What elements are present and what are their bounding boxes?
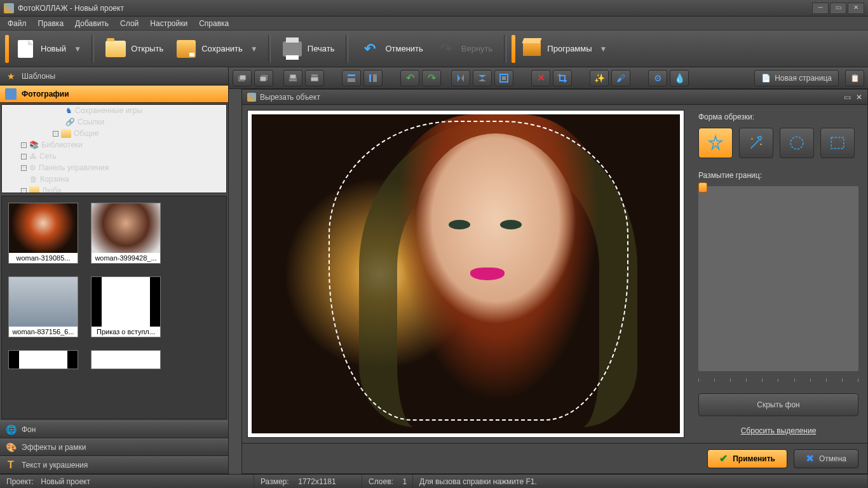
library-icon: 📚 bbox=[29, 140, 39, 149]
dropdown-icon: ▼ bbox=[600, 44, 606, 53]
check-icon: ✔ bbox=[719, 452, 728, 464]
save-icon bbox=[176, 39, 196, 59]
programs-button[interactable]: Программы▼ bbox=[515, 36, 612, 62]
dialog-maximize-button[interactable]: ▭ bbox=[844, 93, 851, 102]
svg-point-16 bbox=[790, 137, 803, 149]
page-icon: 📄 bbox=[761, 74, 771, 83]
settings-button[interactable]: ⚙ bbox=[648, 70, 667, 86]
reset-selection-link[interactable]: Сбросить выделение bbox=[698, 426, 858, 435]
templates-tab[interactable]: ★ Шаблоны bbox=[0, 67, 228, 85]
undo-icon: ↶ bbox=[360, 39, 380, 59]
thumbnail-item[interactable]: Приказ о вступл... bbox=[91, 276, 161, 337]
box-icon bbox=[522, 39, 542, 59]
titlebar: ФотоКОЛЛАЖ - Новый проект ─ ▭ ✕ bbox=[0, 0, 868, 17]
rotate-right-button[interactable]: ↷ bbox=[422, 70, 441, 86]
layer-btn-4[interactable] bbox=[305, 70, 324, 86]
thumbnail-item[interactable] bbox=[91, 350, 161, 369]
blur-slider[interactable] bbox=[698, 186, 858, 371]
redo-icon: ↷ bbox=[436, 39, 456, 59]
svg-rect-7 bbox=[311, 77, 318, 81]
brush-button[interactable]: 🖌 bbox=[611, 70, 630, 86]
svg-rect-8 bbox=[348, 74, 355, 76]
dropdown-icon: ▼ bbox=[74, 44, 80, 53]
new-button[interactable]: Новый▼ bbox=[9, 36, 86, 62]
thumbnail-item[interactable] bbox=[8, 350, 78, 369]
dialog-options-panel: Форма обрезки: Размытие границ: Скрыть ф… bbox=[689, 105, 867, 443]
svg-rect-17 bbox=[831, 137, 844, 148]
wand-button[interactable]: ✨ bbox=[590, 70, 609, 86]
rotate-left-button[interactable]: ↶ bbox=[400, 70, 419, 86]
cancel-button[interactable]: ✖ Отмена bbox=[794, 449, 858, 468]
dialog-close-button[interactable]: ✕ bbox=[856, 93, 862, 102]
palette-icon: 🎨 bbox=[5, 442, 17, 453]
hide-background-button[interactable]: Скрыть фон bbox=[698, 393, 858, 416]
effects-tab[interactable]: 🎨 Эффекты и рамки bbox=[0, 438, 228, 456]
dialog-icon bbox=[247, 93, 256, 102]
new-page-button[interactable]: 📄 Новая страница bbox=[754, 70, 839, 86]
open-button[interactable]: Открыть bbox=[99, 36, 170, 62]
shape-oval-button[interactable] bbox=[780, 128, 814, 158]
canvas-toolbar: ↶ ↷ ✕ ✨ 🖌 ⚙ 💧 📄 Новая страница 📋 bbox=[229, 67, 868, 89]
canvas-area bbox=[242, 105, 689, 443]
shape-rect-button[interactable] bbox=[820, 128, 855, 158]
maximize-button[interactable]: ▭ bbox=[830, 3, 846, 14]
eyedropper-button[interactable]: 💧 bbox=[670, 70, 689, 86]
new-file-icon bbox=[15, 39, 36, 59]
thumbnail-item[interactable]: woman-3999428_... bbox=[91, 203, 161, 264]
close-button[interactable]: ✕ bbox=[848, 3, 864, 14]
align-btn-2[interactable] bbox=[363, 70, 383, 86]
text-tab[interactable]: T Текст и украшения bbox=[0, 456, 228, 474]
svg-rect-1 bbox=[240, 75, 246, 80]
folder-tree[interactable]: ♞Сохраненные игры 🔗Ссылки +Общие +📚Библи… bbox=[1, 104, 227, 193]
menu-layer[interactable]: Слой bbox=[115, 18, 144, 29]
slider-ticks bbox=[698, 379, 858, 382]
control-panel-icon: ⚙ bbox=[29, 163, 36, 172]
main-toolbar: Новый▼ Открыть Сохранить▼ Печать ↶ Отмен… bbox=[0, 30, 868, 67]
shape-label: Форма обрезки: bbox=[698, 112, 858, 121]
menu-edit[interactable]: Правка bbox=[33, 18, 69, 29]
shape-magic-button[interactable] bbox=[739, 128, 773, 158]
undo-button[interactable]: ↶ Отменить bbox=[353, 36, 429, 62]
shape-freehand-button[interactable] bbox=[698, 128, 733, 158]
photo-preview bbox=[252, 114, 680, 433]
svg-rect-10 bbox=[369, 74, 371, 82]
dialog-footer: ✔ Применить ✖ Отмена bbox=[242, 443, 867, 473]
thumbnail-item[interactable]: woman-837156_6... bbox=[8, 276, 78, 337]
print-button[interactable]: Печать bbox=[276, 36, 341, 62]
apply-button[interactable]: ✔ Применить bbox=[707, 449, 787, 468]
blur-label: Размытие границ: bbox=[698, 171, 858, 180]
save-button[interactable]: Сохранить▼ bbox=[170, 36, 263, 62]
network-icon: 🖧 bbox=[29, 152, 37, 161]
background-tab[interactable]: 🌐 Фон bbox=[0, 421, 228, 438]
app-icon bbox=[4, 3, 14, 13]
svg-rect-3 bbox=[260, 76, 266, 81]
game-icon: ♞ bbox=[65, 106, 72, 115]
layer-btn-1[interactable] bbox=[233, 70, 252, 86]
extra-button[interactable]: 📋 bbox=[845, 70, 864, 86]
thumbnail-item[interactable]: woman-319085... bbox=[8, 203, 78, 264]
trash-icon: 🗑 bbox=[30, 175, 37, 184]
menu-file[interactable]: Файл bbox=[3, 18, 32, 29]
globe-icon: 🌐 bbox=[5, 424, 17, 435]
svg-point-14 bbox=[761, 144, 762, 145]
crop-button[interactable] bbox=[553, 70, 572, 86]
redo-button[interactable]: ↷ Вернуть bbox=[430, 36, 499, 62]
svg-rect-9 bbox=[348, 78, 355, 82]
menu-help[interactable]: Справка bbox=[194, 18, 234, 29]
layer-btn-2[interactable] bbox=[254, 70, 273, 86]
selection-outline[interactable] bbox=[329, 121, 628, 421]
layer-btn-3[interactable] bbox=[283, 70, 302, 86]
flip-h-button[interactable] bbox=[451, 70, 470, 86]
menu-add[interactable]: Добавить bbox=[70, 18, 114, 29]
photos-tab[interactable]: Фотографии bbox=[0, 85, 228, 103]
fit-button[interactable] bbox=[494, 70, 513, 86]
slider-knob[interactable] bbox=[698, 182, 707, 193]
center-area: ↶ ↷ ✕ ✨ 🖌 ⚙ 💧 📄 Новая страница 📋 bbox=[229, 67, 868, 474]
flip-v-button[interactable] bbox=[473, 70, 492, 86]
delete-button[interactable]: ✕ bbox=[531, 70, 550, 86]
cancel-icon: ✖ bbox=[806, 452, 814, 464]
canvas[interactable] bbox=[247, 110, 684, 438]
minimize-button[interactable]: ─ bbox=[812, 3, 829, 14]
menu-settings[interactable]: Настройки bbox=[145, 18, 193, 29]
align-btn-1[interactable] bbox=[342, 70, 361, 86]
